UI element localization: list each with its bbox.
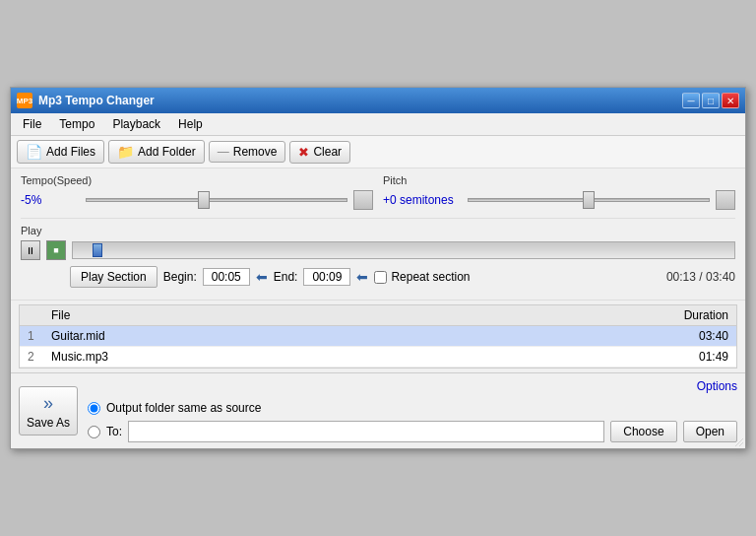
remove-label: Remove [233, 145, 278, 159]
minimize-button[interactable]: ─ [682, 93, 700, 108]
begin-label: Begin: [163, 270, 197, 284]
save-as-label: Save As [27, 416, 70, 430]
output-same-row: Output folder same as source [88, 401, 737, 415]
tempo-group: Tempo(Speed) -5% [21, 174, 373, 210]
add-folder-icon: 📁 [117, 144, 134, 160]
close-button[interactable]: ✕ [722, 93, 739, 108]
row-duration: 03:40 [658, 326, 736, 347]
clear-label: Clear [313, 145, 342, 159]
pitch-slider[interactable] [468, 198, 710, 202]
pitch-group: Pitch +0 semitones [383, 174, 735, 210]
table-header-row: File Duration [20, 305, 736, 326]
svg-line-0 [735, 438, 743, 446]
maximize-button[interactable]: □ [702, 93, 720, 108]
play-section-button[interactable]: Play Section [70, 266, 158, 288]
titlebar: MP3 Mp3 Tempo Changer ─ □ ✕ [11, 88, 745, 113]
sliders-row: Tempo(Speed) -5% Pitch +0 semitones [21, 174, 735, 210]
add-folder-button[interactable]: 📁 Add Folder [108, 140, 205, 164]
progress-thumb [93, 243, 102, 257]
options-link[interactable]: Options [697, 379, 737, 393]
col-file: File [43, 305, 658, 326]
repeat-section-checkbox[interactable] [374, 271, 387, 284]
remove-button[interactable]: — Remove [209, 141, 286, 163]
menu-tempo[interactable]: Tempo [51, 115, 102, 133]
output-options: Options Output folder same as source To:… [88, 379, 737, 442]
row-file: Music.mp3 [43, 347, 658, 368]
menu-help[interactable]: Help [170, 115, 211, 133]
tempo-value: -5% [21, 193, 80, 207]
window-title: Mp3 Tempo Changer [38, 94, 155, 107]
begin-arrow-icon[interactable]: ⬅ [256, 269, 268, 285]
bottom-bar: » Save As Options Output folder same as … [11, 372, 745, 448]
menu-playback[interactable]: Playback [104, 115, 168, 133]
pitch-value: +0 semitones [383, 193, 462, 207]
pitch-label: Pitch [383, 174, 735, 186]
tempo-box [353, 190, 373, 210]
end-time-input[interactable] [303, 268, 350, 286]
svg-line-1 [739, 442, 743, 446]
output-to-row: To: Choose Open [88, 421, 737, 442]
section-controls-row: Play Section Begin: ⬅ End: ⬅ Repeat sect… [21, 266, 735, 288]
output-to-radio[interactable] [88, 426, 100, 438]
tempo-slider-row: -5% [21, 190, 373, 210]
toolbar: 📄 Add Files 📁 Add Folder — Remove ✖ Clea… [11, 136, 745, 168]
open-button[interactable]: Open [683, 421, 737, 442]
col-duration: Duration [658, 305, 736, 326]
choose-button[interactable]: Choose [610, 421, 676, 442]
file-table: File Duration 1 Guitar.mid 03:40 2 Music… [20, 305, 736, 368]
main-window: MP3 Mp3 Tempo Changer ─ □ ✕ File Tempo P… [10, 87, 746, 449]
menu-file[interactable]: File [15, 115, 49, 133]
titlebar-controls: ─ □ ✕ [682, 93, 739, 108]
add-files-label: Add Files [46, 145, 95, 159]
pitch-slider-row: +0 semitones [383, 190, 735, 210]
controls-area: Tempo(Speed) -5% Pitch +0 semitones Play [11, 168, 745, 301]
table-row[interactable]: 1 Guitar.mid 03:40 [20, 326, 736, 347]
clear-button[interactable]: ✖ Clear [289, 141, 350, 164]
tempo-label: Tempo(Speed) [21, 174, 373, 186]
remove-icon: — [218, 145, 229, 159]
stop-button[interactable]: ■ [46, 240, 66, 260]
end-label: End: [274, 270, 298, 284]
repeat-section-checkbox-label[interactable]: Repeat section [374, 270, 470, 284]
row-num: 2 [20, 347, 43, 368]
play-controls-row: ⏸ ■ [21, 240, 735, 260]
time-display: 00:13 / 03:40 [666, 270, 735, 284]
col-num [20, 305, 43, 326]
output-to-label: To: [106, 425, 122, 438]
play-section: Play ⏸ ■ Play Section Begin: ⬅ End: ⬅ Re… [21, 218, 735, 294]
add-files-icon: 📄 [26, 144, 42, 160]
menubar: File Tempo Playback Help [11, 113, 745, 136]
add-files-button[interactable]: 📄 Add Files [17, 140, 104, 164]
output-same-label: Output folder same as source [106, 401, 261, 415]
begin-time-input[interactable] [203, 268, 250, 286]
titlebar-left: MP3 Mp3 Tempo Changer [17, 93, 155, 108]
add-folder-label: Add Folder [138, 145, 196, 159]
row-file: Guitar.mid [43, 326, 658, 347]
row-duration: 01:49 [658, 347, 736, 368]
output-same-radio[interactable] [88, 402, 100, 415]
repeat-section-label: Repeat section [391, 270, 470, 284]
table-row[interactable]: 2 Music.mp3 01:49 [20, 347, 736, 368]
play-label: Play [21, 225, 735, 236]
end-arrow-icon[interactable]: ⬅ [356, 269, 368, 285]
file-list-area: File Duration 1 Guitar.mid 03:40 2 Music… [19, 304, 737, 368]
save-as-button[interactable]: » Save As [19, 386, 78, 436]
clear-icon: ✖ [298, 145, 309, 160]
app-icon: MP3 [17, 93, 32, 108]
progress-track[interactable] [72, 241, 735, 259]
pitch-box [716, 190, 735, 210]
to-input[interactable] [128, 421, 604, 442]
resize-grip-icon [731, 435, 743, 446]
row-num: 1 [20, 326, 43, 347]
pause-button[interactable]: ⏸ [21, 240, 40, 260]
tempo-slider[interactable] [86, 198, 347, 202]
save-as-icon: » [43, 393, 53, 414]
